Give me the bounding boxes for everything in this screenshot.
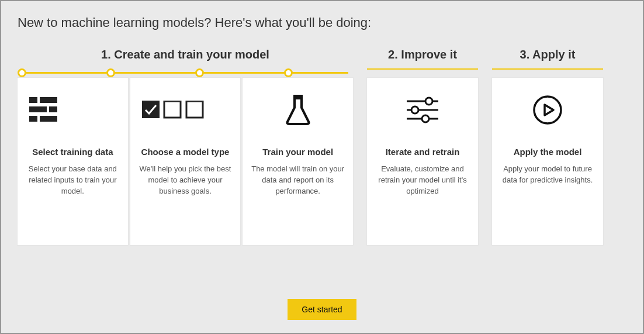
section-create-train: 1. Create and train your model — [18, 48, 353, 78]
cards-section-1: Select training data Select your base da… — [18, 78, 353, 245]
section-3-title: 3. Apply it — [492, 48, 603, 65]
section-1-title: 1. Create and train your model — [18, 48, 353, 65]
card-title: Apply the model — [514, 147, 582, 157]
card-title: Train your model — [262, 147, 333, 157]
svg-point-14 — [411, 106, 418, 113]
section-improve: 2. Improve it — [367, 48, 478, 78]
svg-point-16 — [534, 97, 561, 123]
svg-rect-6 — [142, 101, 160, 118]
svg-marker-17 — [545, 105, 553, 115]
card-desc: We'll help you pick the best model to ac… — [139, 164, 233, 197]
svg-point-15 — [422, 115, 429, 122]
card-iterate-retrain: Iterate and retrain Evaluate, customize … — [367, 78, 478, 245]
section-apply: 3. Apply it — [492, 48, 603, 78]
card-desc: The model will train on your data and re… — [251, 164, 345, 197]
flask-icon — [251, 93, 345, 127]
footer: Get started — [18, 281, 626, 320]
svg-rect-7 — [164, 101, 181, 118]
play-circle-icon — [500, 93, 595, 127]
section-3-underline — [492, 68, 603, 70]
svg-rect-0 — [29, 97, 37, 103]
card-title: Iterate and retrain — [386, 147, 460, 157]
section-2-underline — [367, 68, 478, 70]
checkbox-options-icon — [139, 93, 233, 127]
cards-row: Select training data Select your base da… — [18, 78, 626, 245]
svg-rect-4 — [29, 116, 37, 122]
card-desc: Evaluate, customize and retrain your mod… — [375, 164, 470, 197]
card-desc: Select your base data and related inputs… — [26, 164, 120, 197]
page-title: New to machine learning models? Here's w… — [18, 15, 626, 30]
timeline — [18, 68, 353, 78]
card-train-model: Train your model The model will train on… — [243, 78, 353, 245]
card-select-training-data: Select training data Select your base da… — [18, 78, 128, 245]
sliders-icon — [375, 93, 470, 127]
sections-header: 1. Create and train your model 2. Improv… — [18, 48, 626, 78]
svg-rect-3 — [49, 106, 57, 112]
timeline-dot-2 — [106, 68, 115, 77]
svg-rect-2 — [29, 106, 47, 112]
card-title: Select training data — [32, 147, 113, 157]
timeline-dot-3 — [195, 68, 204, 77]
timeline-line — [22, 72, 348, 74]
svg-rect-1 — [40, 97, 57, 103]
section-2-title: 2. Improve it — [367, 48, 478, 65]
card-apply-model: Apply the model Apply your model to futu… — [492, 78, 603, 245]
get-started-button[interactable]: Get started — [288, 299, 356, 320]
data-rows-icon — [26, 93, 120, 127]
card-choose-model-type: Choose a model type We'll help you pick … — [130, 78, 241, 245]
svg-point-13 — [425, 98, 432, 105]
timeline-dot-4 — [284, 68, 293, 77]
onboarding-panel: New to machine learning models? Here's w… — [0, 0, 644, 334]
svg-rect-5 — [40, 116, 57, 122]
timeline-dot-1 — [18, 68, 26, 77]
card-desc: Apply your model to future data for pred… — [500, 164, 595, 186]
svg-rect-8 — [186, 101, 203, 118]
card-title: Choose a model type — [141, 147, 230, 157]
